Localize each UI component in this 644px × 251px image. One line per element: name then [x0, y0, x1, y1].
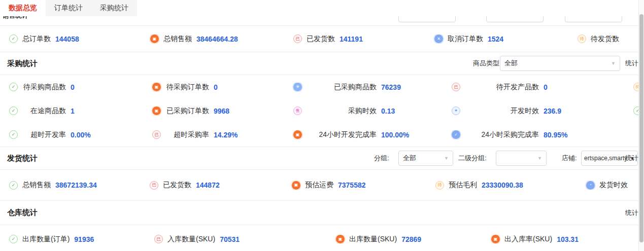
- order-box-icon: ▣: [293, 130, 302, 139]
- stat-pending-dev-products: 已 待开发产品数 0: [443, 83, 638, 92]
- clipped-select-2[interactable]: [486, 16, 544, 22]
- stat-label: 总销售额: [22, 181, 51, 190]
- order-box-icon: ▣: [152, 83, 161, 91]
- purchase-stats-link[interactable]: 统计: [625, 59, 638, 68]
- clipped-select-3[interactable]: [565, 16, 622, 22]
- section-title-warehouse: 仓库统计: [7, 208, 38, 218]
- stat-value: 9968: [214, 107, 229, 115]
- stat-value: 91936: [74, 235, 94, 243]
- stat-value: 23330090.38: [482, 181, 523, 189]
- stat-value: 144058: [55, 35, 79, 43]
- stat-label: 总销售额: [163, 34, 192, 44]
- product-type-value: 全部: [504, 59, 518, 68]
- section-title-shipping: 发货统计: [7, 154, 38, 163]
- chevron-down-icon: ▼: [444, 156, 449, 161]
- stat-in-out-rate-sku: ▣ 出入库率(SKU) 103.31: [482, 235, 638, 244]
- stat-value: 38672139.34: [55, 181, 97, 189]
- stat-purchased-orders: ▣ 已采购订单数 9968: [143, 106, 284, 116]
- clipped-select-1[interactable]: [398, 16, 456, 22]
- stat-label: 已发货数: [163, 181, 191, 190]
- stat-outbound-sku: ▣ 出库数量(SKU) 72869: [327, 235, 482, 244]
- stat-cancelled-orders: ✕ 取消订单数 1524: [425, 34, 568, 44]
- purchased-gear-icon: ✳: [293, 83, 302, 91]
- warehouse-stats-row: ✓ 出库数量(订单) 91936 已 入库数量(SKU) 70531 ▣ 出库数…: [0, 225, 638, 251]
- stat-estimated-freight: ▣ 预估运费 7375582: [283, 181, 426, 190]
- tab-order-stats[interactable]: 订单统计: [46, 0, 91, 16]
- clipped-section-title: 销售统计: [2, 16, 28, 20]
- vertical-scrollbar[interactable]: [638, 0, 644, 251]
- order-box-icon: ▣: [292, 181, 300, 190]
- stat-in-transit-products: ✓ 在途商品数 1: [0, 106, 143, 116]
- stat-ship-shipped-count: 已 已发货数 144872: [141, 181, 283, 190]
- stat-label: 24小时开发完成率: [307, 130, 377, 139]
- stat-label: 出库数量(SKU): [349, 235, 397, 244]
- stat-value: 72869: [401, 235, 421, 243]
- shipping-stats-row: ✓ 总销售额 38672139.34 已 已发货数 144872 ▣ 预估运费 …: [0, 169, 638, 200]
- chevron-down-icon: ▼: [611, 61, 616, 66]
- stat-label: 已采购商品数: [307, 83, 377, 92]
- purchase-row-3: ✓ 超时开发率 0.00% 已 超时采购率 14.29% ▣ 24小时开发完成率…: [0, 123, 638, 147]
- stat-label: 出库数量(订单): [22, 235, 70, 244]
- stat-24h-purchase-complete-rate: ✓ 24小时采购完成率 80.95%: [443, 130, 638, 139]
- stat-value: 14.29%: [214, 131, 238, 139]
- stat-value: 80.95%: [544, 131, 567, 139]
- stat-label: 开发时效: [465, 106, 539, 116]
- stat-value: 141191: [340, 35, 363, 43]
- stat-pending-purchase-products: ✓ 待采购商品数 0: [0, 83, 143, 92]
- stat-label: 超时采购率: [165, 130, 209, 139]
- stat-value: 0: [544, 83, 548, 91]
- chevron-down-icon: ▼: [537, 156, 542, 161]
- stat-dev-lead-time: ✦ 开发时效 236.9: [443, 106, 638, 116]
- sale-icon: 售: [293, 106, 302, 115]
- stat-value: 1: [71, 107, 75, 115]
- stat-overtime-purchase-rate: 已 超时采购率 14.29%: [143, 130, 284, 139]
- scrollbar-thumb[interactable]: [639, 14, 643, 242]
- warehouse-stats-link[interactable]: 统计: [625, 208, 638, 218]
- section-title-purchase: 采购统计: [7, 59, 38, 68]
- stat-purchased-products: ✳ 已采购商品数 76239: [284, 83, 443, 92]
- scrolled-header-strip: 销售统计: [0, 16, 638, 25]
- subgroup-label: 二级分组:: [458, 154, 487, 163]
- stat-label: 预估毛利: [449, 181, 477, 190]
- stat-outbound-orders: ✓ 出库数量(订单) 91936: [0, 235, 145, 244]
- tab-bar-filler: [137, 0, 638, 16]
- shipped-icon: 已: [150, 181, 158, 190]
- stat-label: 预估运费: [305, 181, 333, 190]
- order-box-icon: ▣: [491, 235, 500, 243]
- shipping-stats-link[interactable]: 统计: [625, 154, 638, 163]
- product-type-label: 商品类型:: [473, 59, 501, 68]
- stat-label: 总订单数: [22, 34, 51, 44]
- stat-pending-purchase-orders: ▣ 待采购订单数 0: [143, 83, 284, 92]
- stat-label: 24小时采购完成率: [465, 130, 539, 139]
- stat-label: 待发货数: [591, 34, 619, 44]
- stat-label: 待采购商品数: [22, 83, 66, 92]
- stat-label: 待开发产品数: [465, 83, 539, 92]
- stat-24h-dev-complete-rate: ▣ 24小时开发完成率 100.00%: [284, 130, 443, 139]
- ship-time-icon: ◔: [586, 181, 595, 190]
- group-value: 全部: [403, 154, 416, 163]
- subgroup-select[interactable]: ▼: [496, 151, 547, 166]
- shipping-section-header: 发货统计 分组: 全部 ▼ 二级分组: ▼ 店铺: ertspace,smart…: [0, 147, 638, 169]
- stat-label: 采购时效: [307, 106, 377, 116]
- stat-value: 7375582: [338, 181, 366, 189]
- dashboard: 数据总览 订单统计 采购统计 销售统计 ✓ 总订单数 144058 ▣ 总销售额…: [0, 0, 644, 251]
- tab-purchase-stats[interactable]: 采购统计: [91, 0, 137, 16]
- stat-label: 在途商品数: [22, 106, 66, 116]
- cancel-icon: ✕: [434, 34, 443, 43]
- shipped-icon: 已: [452, 83, 460, 91]
- check-circle-icon: ✓: [9, 130, 18, 139]
- stat-total-sales: ▣ 总销售额 38464664.28: [141, 34, 284, 44]
- product-type-select[interactable]: 全部 ▼: [500, 56, 620, 71]
- stat-value: 0.13: [381, 107, 395, 115]
- group-select[interactable]: 全部 ▼: [398, 151, 453, 166]
- tab-data-overview[interactable]: 数据总览: [0, 0, 46, 16]
- stat-inbound-sku: 已 入库数量(SKU) 70531: [145, 235, 327, 244]
- dashboard-content: 数据总览 订单统计 采购统计 销售统计 ✓ 总订单数 144058 ▣ 总销售额…: [0, 0, 638, 251]
- pending-icon: 待: [633, 83, 638, 91]
- check-circle-icon: ✓: [9, 34, 18, 43]
- order-box-icon: ▣: [152, 106, 161, 115]
- check-circle-icon: ✓: [9, 235, 18, 243]
- stat-value: 38464664.28: [196, 35, 238, 43]
- stat-label: 已采购订单数: [165, 106, 209, 116]
- complete-hand-icon: ✓: [452, 130, 460, 139]
